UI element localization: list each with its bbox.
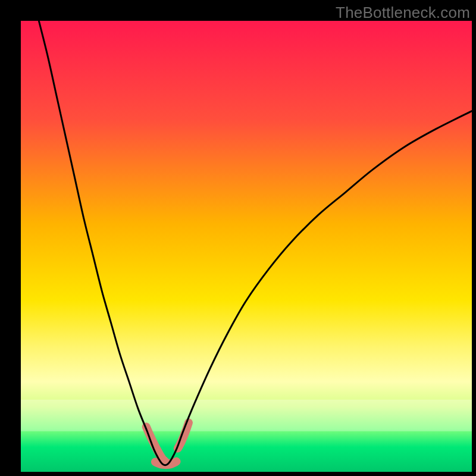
chart-svg [21, 21, 472, 472]
watermark-text: TheBottleneck.com [336, 4, 470, 22]
chart-frame: TheBottleneck.com [0, 0, 476, 476]
plot-area [21, 21, 472, 472]
highlight-band [21, 400, 472, 431]
